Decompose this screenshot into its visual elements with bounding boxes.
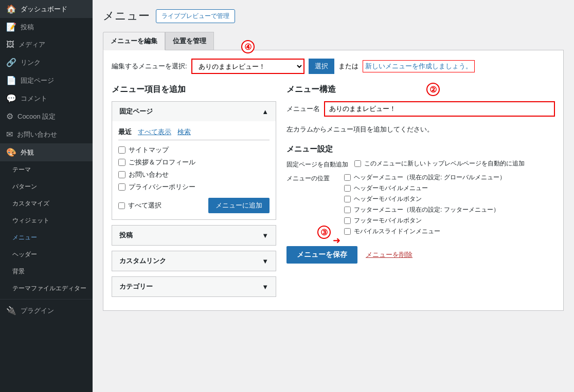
sidebar-item-label: カスタマイズ — [12, 199, 49, 208]
page-checkbox-profile[interactable] — [118, 159, 125, 166]
posts-title: 投稿 — [119, 231, 133, 240]
content-area: 編集するメニューを選択: ありのままレビュー！ ④ 選択 または 新しいメニュー… — [103, 50, 564, 311]
auto-add-row: 固定ページを自動追加 このメニューに新しいトップレベルページを自動的に追加 — [286, 159, 555, 169]
sidebar-item-label: リンク — [21, 58, 41, 67]
position-option-mobile-btn[interactable]: ヘッダーモバイルボタン — [344, 195, 506, 203]
sidebar-item-appearance[interactable]: 🎨 外観 — [0, 143, 93, 161]
sidebar-item-themes[interactable]: テーマ — [0, 161, 93, 178]
sidebar-item-menus[interactable]: メニュー — [0, 229, 93, 246]
fixed-page-accordion-body: 最近 すべて表示 検索 サイトマップ ご挨拶＆プロフィール — [112, 121, 276, 219]
position-checkbox-mobile-header[interactable] — [344, 185, 351, 192]
add-to-menu-button[interactable]: メニューに追加 — [208, 198, 270, 213]
live-preview-button[interactable]: ライブプレビューで管理 — [156, 9, 235, 23]
categories-accordion-header[interactable]: カテゴリー ▼ — [112, 277, 276, 296]
sidebar-item-media[interactable]: 🖼 メディア — [0, 36, 93, 53]
page-item-profile[interactable]: ご挨拶＆プロフィール — [118, 158, 270, 167]
callout-3: ③ — [317, 226, 331, 239]
menu-select-dropdown[interactable]: ありのままレビュー！ — [191, 59, 304, 74]
sidebar-item-customize[interactable]: カスタマイズ — [0, 195, 93, 212]
sidebar-item-contact[interactable]: ✉ お問い合わせ — [0, 125, 93, 143]
position-label-mobile-btn: ヘッダーモバイルボタン — [354, 195, 422, 203]
pages-icon: 📄 — [6, 76, 16, 85]
position-option-mobile-header[interactable]: ヘッダーモバイルメニュー — [344, 184, 506, 193]
custom-link-accordion-header[interactable]: カスタムリンク ▼ — [112, 251, 276, 271]
or-text: または — [338, 62, 358, 71]
sidebar-item-comments[interactable]: 💬 コメント — [0, 89, 93, 107]
position-option-footer[interactable]: フッターメニュー（現在の設定: フッターメニュー） — [344, 206, 506, 214]
auto-add-desc: このメニューに新しいトップレベルページを自動的に追加 — [364, 159, 525, 168]
posts-icon: 📝 — [6, 22, 16, 32]
sidebar-item-theme-editor[interactable]: テーマファイルエディター — [0, 280, 93, 297]
sidebar-item-header[interactable]: ヘッダー — [0, 246, 93, 263]
sidebar-item-label: メニュー — [12, 233, 37, 242]
page-checkbox-sitemap[interactable] — [118, 146, 125, 154]
posts-accordion: 投稿 ▼ — [112, 225, 276, 246]
sidebar-item-background[interactable]: 背景 — [0, 263, 93, 280]
create-menu-link[interactable]: 新しいメニューを作成しましょう。 — [363, 60, 475, 72]
page-checkbox-privacy[interactable] — [118, 183, 125, 191]
position-checkbox-footer-mobile[interactable] — [344, 217, 351, 224]
sidebar-item-label: 外観 — [21, 148, 34, 157]
categories-accordion: カテゴリー ▼ — [112, 276, 276, 297]
menu-instruction: 左カラムからメニュー項目を追加してください。 — [286, 125, 555, 134]
sidebar-item-label: プラグイン — [21, 306, 54, 315]
two-column-layout: メニュー項目を追加 固定ページ ▲ 最近 すべて表示 検索 — [112, 84, 555, 302]
sub-tab-recent[interactable]: 最近 — [118, 127, 132, 137]
select-all-checkbox[interactable] — [118, 202, 125, 209]
position-checkbox-header[interactable] — [344, 174, 351, 181]
position-checkbox-slide[interactable] — [344, 228, 351, 235]
sidebar-item-label: ウィジェット — [12, 216, 49, 225]
delete-menu-link[interactable]: メニューを削除 — [366, 250, 412, 259]
comments-icon: 💬 — [6, 94, 16, 103]
tab-manage-location[interactable]: 位置を管理 — [165, 32, 214, 50]
page-item-privacy[interactable]: プライバシーポリシー — [118, 182, 270, 192]
position-label-footer: フッターメニュー（現在の設定: フッターメニュー） — [354, 206, 499, 214]
select-all-text: すべて選択 — [128, 201, 162, 210]
categories-title: カテゴリー — [119, 282, 153, 291]
sub-tab-search[interactable]: 検索 — [177, 127, 191, 137]
select-all-label[interactable]: すべて選択 — [118, 201, 162, 210]
arrow-to-save: ➜ — [333, 235, 340, 246]
menu-name-row: メニュー名 ② — [286, 101, 555, 117]
save-menu-button[interactable]: メニューを保存 — [286, 246, 357, 264]
sidebar-item-label: ヘッダー — [12, 250, 37, 259]
accordion-down-arrow3: ▼ — [262, 283, 268, 291]
sidebar-item-cocoon[interactable]: ⚙ Cocoon 設定 — [0, 107, 93, 125]
sidebar-item-posts[interactable]: 📝 投稿 — [0, 18, 93, 36]
page-item-sitemap[interactable]: サイトマップ — [118, 145, 270, 155]
menu-name-label: メニュー名 — [286, 104, 320, 114]
sidebar-item-plugins[interactable]: 🔌 プラグイン — [0, 302, 93, 320]
tab-edit-menu[interactable]: メニューを編集 — [103, 32, 165, 50]
appearance-icon: 🎨 — [6, 147, 16, 157]
right-panel: メニュー構造 メニュー名 ② 左カラムからメニュー項目を追加してください。 メニ… — [286, 84, 555, 264]
sidebar-item-patterns[interactable]: パターン — [0, 178, 93, 195]
auto-add-label: 固定ページを自動追加 — [286, 159, 348, 169]
sidebar-item-widgets[interactable]: ウィジェット — [0, 212, 93, 229]
sub-tab-all[interactable]: すべて表示 — [138, 127, 171, 137]
contact-icon: ✉ — [6, 129, 13, 139]
sidebar-item-links[interactable]: 🔗 リンク — [0, 53, 93, 71]
sidebar-item-pages[interactable]: 📄 固定ページ — [0, 71, 93, 89]
position-label-mobile-header: ヘッダーモバイルメニュー — [354, 184, 428, 193]
page-item-contact[interactable]: お問い合わせ — [118, 170, 270, 179]
sidebar-item-label: テーマファイルエディター — [12, 284, 86, 293]
position-checkbox-mobile-btn[interactable] — [344, 196, 351, 202]
auto-add-checkbox[interactable] — [354, 160, 361, 167]
select-button[interactable]: 選択 — [309, 59, 334, 74]
custom-link-title: カスタムリンク — [119, 256, 166, 266]
fixed-page-accordion-header[interactable]: 固定ページ ▲ — [112, 102, 276, 121]
menu-name-input[interactable] — [324, 101, 555, 117]
position-option-slide[interactable]: モバイルスライドインメニュー — [344, 227, 506, 236]
position-option-footer-mobile[interactable]: フッターモバイルボタン — [344, 216, 506, 225]
page-checkbox-contact[interactable] — [118, 171, 125, 178]
right-panel-title: メニュー構造 — [286, 84, 555, 95]
position-option-header[interactable]: ヘッダーメニュー（現在の設定: グローバルメニュー） — [344, 173, 506, 182]
sidebar-item-label: メディア — [19, 40, 45, 49]
bottom-action-row: ③ ➜ メニューを保存 メニューを削除 — [286, 246, 555, 264]
position-options: ヘッダーメニュー（現在の設定: グローバルメニュー） ヘッダーモバイルメニュー … — [344, 173, 506, 236]
posts-accordion-header[interactable]: 投稿 ▼ — [112, 226, 276, 245]
pages-checkbox-list: サイトマップ ご挨拶＆プロフィール お問い合わせ — [118, 145, 270, 192]
accordion-footer: すべて選択 メニューに追加 — [118, 198, 270, 213]
sidebar-item-dashboard[interactable]: 🏠 ダッシュボード — [0, 0, 93, 18]
position-checkbox-footer[interactable] — [344, 207, 351, 213]
